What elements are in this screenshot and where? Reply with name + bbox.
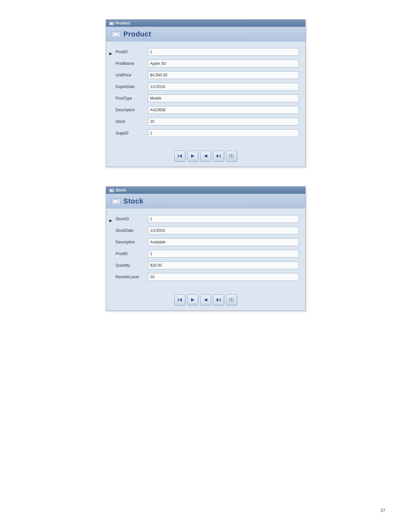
svg-rect-0 <box>178 154 179 158</box>
stock-field-label-prodid: ProdID <box>116 251 148 256</box>
product-nav-first[interactable] <box>174 151 185 162</box>
product-field-row: ExpireDate <box>116 83 299 91</box>
stock-form-window: Stock Stock ▶ StockIDStockDateDescriptio… <box>106 186 306 311</box>
product-field-input-prodid[interactable] <box>148 48 299 56</box>
stock-field-row: StockID <box>116 215 299 223</box>
product-field-input-prodname[interactable] <box>148 60 299 67</box>
stock-field-label-stockid: StockID <box>116 217 148 221</box>
product-field-label-stock: Stock <box>116 119 148 124</box>
product-title-bar: Product <box>106 20 305 27</box>
product-record-indicator: ▶ <box>106 48 116 141</box>
product-record-arrow: ▶ <box>109 51 112 56</box>
stock-field-label-reorderlevel: ReorderLevel <box>116 275 148 279</box>
stock-title-text: Stock <box>116 188 126 192</box>
stock-field-label-description: Description <box>116 240 148 244</box>
product-title-icon <box>109 21 114 25</box>
stock-field-row: Quantity <box>116 261 299 269</box>
product-header-icon <box>111 30 120 38</box>
product-field-input-stock[interactable] <box>148 118 299 125</box>
stock-nav-last[interactable] <box>213 294 224 305</box>
product-form-body: ▶ ProdIDProdNameUnitPriceExpireDateProdT… <box>106 42 305 147</box>
svg-marker-13 <box>204 298 207 301</box>
product-field-label-suppid: SuppID <box>116 131 148 135</box>
stock-form-body: ▶ StockIDStockDateDescriptionProdIDQuant… <box>106 209 305 291</box>
product-field-label-expiredate: ExpireDate <box>116 84 148 89</box>
product-field-label-prodtype: ProdType <box>116 96 148 101</box>
stock-field-input-prodid[interactable] <box>148 250 299 258</box>
product-field-row: Stock <box>116 118 299 125</box>
svg-rect-14 <box>220 298 220 301</box>
product-field-row: Description <box>116 106 299 114</box>
svg-marker-3 <box>204 154 207 158</box>
product-field-row: SuppID <box>116 129 299 137</box>
product-field-input-description[interactable] <box>148 106 299 114</box>
svg-rect-10 <box>178 298 179 301</box>
product-title-text: Product <box>116 21 130 25</box>
svg-marker-1 <box>179 154 182 158</box>
stock-form-header: Stock <box>106 194 305 209</box>
svg-rect-4 <box>220 154 220 158</box>
stock-field-label-quantity: Quantity <box>116 263 148 268</box>
stock-field-input-reorderlevel[interactable] <box>148 273 299 281</box>
svg-marker-5 <box>217 154 219 158</box>
product-nav-next[interactable] <box>187 151 198 162</box>
svg-marker-11 <box>179 298 182 301</box>
product-nav-add[interactable] <box>226 151 237 162</box>
product-field-label-unitprice: UnitPrice <box>116 73 148 77</box>
stock-header-icon <box>111 197 120 205</box>
product-form-window: Product Product ▶ ProdIDProdNameUnitPric… <box>106 19 306 167</box>
product-nav-bar <box>106 147 305 167</box>
svg-marker-15 <box>217 298 219 301</box>
stock-field-input-stockdate[interactable] <box>148 227 299 234</box>
stock-header-title: Stock <box>123 197 143 205</box>
product-field-row: ProdName <box>116 60 299 67</box>
stock-record-indicator: ▶ <box>106 215 116 285</box>
product-field-input-expiredate[interactable] <box>148 83 299 91</box>
product-field-row: UnitPrice <box>116 71 299 79</box>
product-nav-last[interactable] <box>213 151 224 162</box>
product-field-input-suppid[interactable] <box>148 129 299 137</box>
svg-marker-2 <box>191 154 194 158</box>
stock-field-row: Description <box>116 238 299 246</box>
product-nav-prev[interactable] <box>200 151 211 162</box>
stock-field-row: ProdID <box>116 250 299 258</box>
product-form-header: Product <box>106 27 305 42</box>
stock-field-input-stockid[interactable] <box>148 215 299 223</box>
product-field-label-prodname: ProdName <box>116 61 148 66</box>
product-fields-container: ProdIDProdNameUnitPriceExpireDateProdTyp… <box>116 48 305 141</box>
product-field-row: ProdID <box>116 48 299 56</box>
stock-title-bar: Stock <box>106 187 305 194</box>
stock-record-arrow: ▶ <box>109 218 112 223</box>
stock-nav-prev[interactable] <box>200 294 211 305</box>
stock-field-label-stockdate: StockDate <box>116 228 148 233</box>
stock-field-input-quantity[interactable] <box>148 261 299 269</box>
stock-field-input-description[interactable] <box>148 238 299 246</box>
svg-marker-12 <box>191 298 194 301</box>
stock-field-row: StockDate <box>116 227 299 234</box>
product-field-row: ProdType <box>116 94 299 102</box>
product-field-input-unitprice[interactable] <box>148 71 299 79</box>
stock-fields-container: StockIDStockDateDescriptionProdIDQuantit… <box>116 215 305 285</box>
stock-nav-next[interactable] <box>187 294 198 305</box>
stock-field-row: ReorderLevel <box>116 273 299 281</box>
product-header-title: Product <box>123 30 152 38</box>
stock-nav-add[interactable] <box>226 294 237 305</box>
stock-title-icon <box>109 188 114 192</box>
product-field-input-prodtype[interactable] <box>148 94 299 102</box>
stock-nav-first[interactable] <box>174 294 185 305</box>
product-field-label-description: Description <box>116 108 148 112</box>
stock-nav-bar <box>106 291 305 310</box>
product-field-label-prodid: ProdID <box>116 50 148 54</box>
